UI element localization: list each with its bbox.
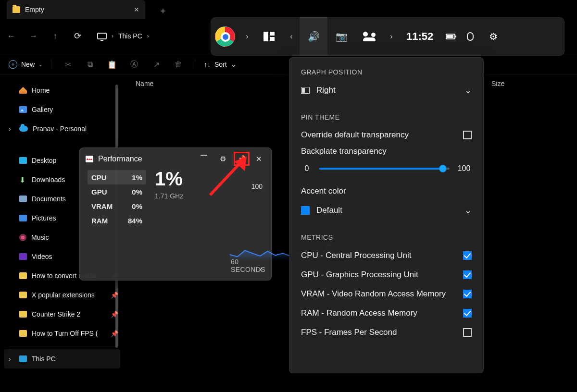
download-icon: ⬇ [19, 176, 27, 183]
svg-rect-4 [270, 37, 275, 41]
close-icon[interactable]: ✕ [134, 6, 139, 13]
perf-row-cpu[interactable]: CPU1% [88, 170, 146, 184]
pictures-icon [19, 215, 27, 221]
battery-indicator [440, 17, 461, 56]
sidebar-item-folder[interactable]: X popular extensions📌 [0, 285, 124, 305]
separator [195, 59, 195, 70]
perf-metric-list: CPU1% GPU0% VRAM0% RAM84% [88, 170, 146, 228]
performance-header[interactable]: Performance ⚙ 📌 ✕ [80, 148, 271, 170]
breadcrumb-thispc[interactable]: This PC [118, 32, 142, 40]
chevron-right-icon[interactable]: › [239, 32, 255, 41]
slider-track[interactable] [319, 168, 450, 170]
accent-heading: Accent color [301, 186, 472, 196]
checkbox[interactable] [463, 309, 472, 318]
desktop-icon [19, 157, 27, 164]
speaker-icon: 🔊 [308, 31, 320, 42]
people-icon [363, 32, 376, 41]
capture-button[interactable]: 📷 [327, 17, 355, 56]
breadcrumb[interactable]: › This PC › [88, 32, 149, 40]
sidebar-item-gallery[interactable]: Gallery [0, 100, 124, 119]
metric-row[interactable]: RAM - Random Access Memory [301, 304, 472, 323]
metric-row[interactable]: FPS - Frames Per Second [301, 323, 472, 342]
checkbox[interactable] [463, 290, 472, 298]
chevron-down-icon: ⌄ [38, 62, 42, 67]
widgets-button[interactable] [255, 17, 283, 56]
folder-icon [19, 272, 27, 279]
position-icon [301, 87, 310, 94]
delete-button: 🗑 [171, 60, 186, 69]
pin-button[interactable]: 📌 [234, 155, 247, 163]
perf-row-vram[interactable]: VRAM0% [88, 199, 146, 213]
xbox-social-button[interactable] [355, 17, 383, 56]
tab-bar: Empty ✕ ＋ [0, 0, 577, 19]
graph-position-heading: GRAPH POSITION [301, 68, 472, 76]
paste-button: 📋 [104, 60, 120, 69]
sidebar-item-folder[interactable]: Counter Strike 2📌 [0, 305, 124, 324]
performance-icon [86, 156, 93, 162]
pc-icon [97, 33, 107, 39]
chevron-left-icon[interactable]: ‹ [283, 32, 300, 41]
refresh-button[interactable]: ⟳ [66, 31, 88, 41]
up-button[interactable]: ↑ [44, 31, 66, 41]
pc-icon [19, 355, 27, 362]
sidebar-item-onedrive[interactable]: Pranav - Personal [0, 119, 124, 138]
sidebar-item-folder[interactable]: How to Turn Off FPS (📌 [0, 324, 124, 343]
backplate-label: Backplate transparency [301, 144, 472, 159]
chevron-right-icon[interactable]: › [383, 32, 400, 41]
chevron-down-icon: ⌄ [231, 61, 237, 68]
perf-x-label: 60 SECONDS [231, 258, 271, 273]
separator [9, 346, 115, 346]
tab-empty[interactable]: Empty ✕ [7, 0, 145, 19]
accent-select[interactable]: Default ⌄ [301, 201, 472, 220]
battery-icon [446, 34, 455, 39]
chevron-left-icon[interactable]: ‹ [260, 264, 263, 274]
graph-position-select[interactable]: Right ⌄ [301, 81, 472, 100]
back-button[interactable]: ← [0, 31, 22, 41]
game-bar[interactable]: › ‹ 🔊 📷 › 11:52 ⚙ [211, 17, 564, 56]
new-button[interactable]: + New ⌄ [9, 60, 42, 69]
active-app-chrome[interactable] [211, 17, 239, 56]
svg-rect-2 [263, 32, 268, 41]
performance-settings-panel: GRAPH POSITION Right ⌄ PIN THEME Overrid… [289, 57, 484, 373]
checkbox[interactable] [463, 251, 472, 260]
documents-icon [19, 196, 27, 202]
override-transparency-row[interactable]: Override default transparency [301, 126, 472, 144]
pin-theme-heading: PIN THEME [301, 113, 472, 121]
audio-button[interactable]: 🔊 [300, 17, 327, 56]
folder-icon [19, 292, 27, 298]
sidebar-item-home[interactable]: Home [0, 81, 124, 100]
input-indicator [461, 17, 479, 56]
separator [51, 59, 51, 70]
performance-widget[interactable]: Performance ⚙ 📌 ✕ CPU1% GPU0% VRAM0% RAM… [79, 147, 272, 281]
music-icon [19, 234, 26, 241]
sidebar-item-thispc[interactable]: This PC [4, 349, 120, 368]
sort-button[interactable]: ↑↓ Sort ⌄ [204, 61, 237, 68]
minimize-button[interactable] [197, 155, 211, 164]
checkbox[interactable] [463, 131, 472, 139]
clock: 11:52 [406, 30, 433, 43]
color-swatch [301, 206, 310, 215]
folder-icon [19, 330, 27, 337]
perf-frequency: 1.71 GHz [155, 192, 263, 200]
col-size[interactable]: Size [491, 80, 504, 87]
close-button[interactable]: ✕ [252, 155, 265, 163]
copy-button: ⧉ [82, 60, 98, 69]
checkbox[interactable] [463, 270, 472, 279]
slider-thumb[interactable] [439, 165, 447, 172]
new-tab-button[interactable]: ＋ [159, 5, 167, 16]
backplate-slider[interactable]: 0 100 [301, 164, 472, 173]
options-button[interactable]: ⚙ [215, 155, 229, 163]
chevron-down-icon: ⌄ [464, 85, 472, 96]
perf-row-ram[interactable]: RAM84% [88, 213, 146, 228]
performance-title: Performance [98, 155, 142, 163]
forward-button: → [22, 31, 44, 41]
svg-rect-3 [270, 32, 275, 36]
settings-button[interactable]: ⚙ [479, 17, 507, 56]
metric-row[interactable]: GPU - Graphics Processing Unit [301, 265, 472, 284]
checkbox[interactable] [463, 328, 472, 337]
chrome-icon [215, 26, 235, 47]
metric-row[interactable]: VRAM - Video Random Access Memory [301, 284, 472, 304]
mouse-icon [467, 32, 474, 41]
perf-row-gpu[interactable]: GPU0% [88, 184, 146, 199]
metric-row[interactable]: CPU - Central Processing Unit [301, 246, 472, 265]
